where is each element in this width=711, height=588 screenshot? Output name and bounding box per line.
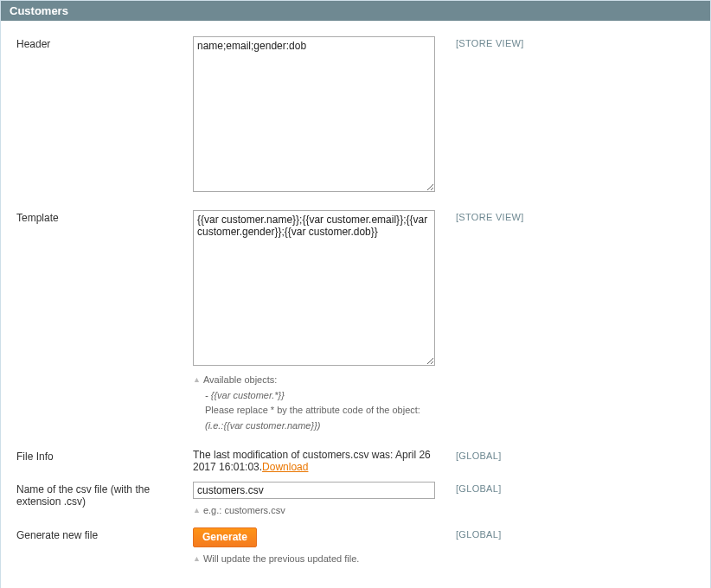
field-row-generate: Generate new file Generate ▲Will update … — [16, 527, 695, 567]
fileinfo-scope: [GLOBAL] — [456, 449, 568, 461]
panel-header: Customers — [1, 1, 710, 21]
generate-note: ▲Will update the previous updated file. — [193, 552, 444, 567]
template-note: ▲Available objects: - {{var customer.*}}… — [193, 373, 444, 433]
panel-body: Header [STORE VIEW] Template ▲Available … — [1, 21, 710, 588]
download-link[interactable]: Download — [262, 461, 308, 473]
filename-input[interactable] — [193, 482, 435, 499]
filename-note: ▲e.g.: customers.csv — [193, 503, 444, 519]
template-scope: [STORE VIEW] — [456, 210, 568, 222]
generate-button[interactable]: Generate — [193, 527, 257, 547]
header-label: Header — [16, 36, 181, 50]
panel-title: Customers — [10, 4, 68, 17]
template-note-example: (i.e.:{{var customer.name}}) — [193, 419, 444, 434]
fileinfo-label: File Info — [16, 449, 181, 463]
header-scope: [STORE VIEW] — [456, 36, 568, 48]
template-note-instruction: Please replace * by the attribute code o… — [193, 403, 444, 419]
filename-label: Name of the csv file (with the extension… — [16, 482, 181, 508]
note-arrow-icon: ▲ — [193, 553, 201, 565]
field-row-fileinfo: File Info The last modification of custo… — [16, 449, 695, 473]
generate-note-text: Will update the previous updated file. — [203, 553, 359, 564]
filename-scope: [GLOBAL] — [456, 482, 568, 494]
template-note-title: Available objects: — [203, 374, 277, 385]
field-row-header: Header [STORE VIEW] — [16, 36, 695, 195]
generate-scope: [GLOBAL] — [456, 527, 568, 540]
field-row-template: Template ▲Available objects: - {{var cus… — [16, 210, 695, 433]
field-row-filename: Name of the csv file (with the extension… — [16, 482, 695, 519]
note-arrow-icon: ▲ — [193, 374, 201, 386]
filename-note-text: e.g.: customers.csv — [203, 505, 285, 515]
template-label: Template — [16, 210, 181, 224]
fileinfo-value: The last modification of customers.csv w… — [193, 449, 444, 473]
customers-config-panel: Customers Header [STORE VIEW] Template ▲… — [0, 0, 711, 588]
note-arrow-icon: ▲ — [193, 504, 201, 516]
fileinfo-text: The last modification of customers.csv w… — [193, 449, 431, 473]
generate-label: Generate new file — [16, 527, 181, 541]
template-textarea[interactable] — [193, 210, 435, 366]
template-note-var: - {{var customer.*}} — [193, 388, 444, 404]
header-textarea[interactable] — [193, 36, 435, 192]
